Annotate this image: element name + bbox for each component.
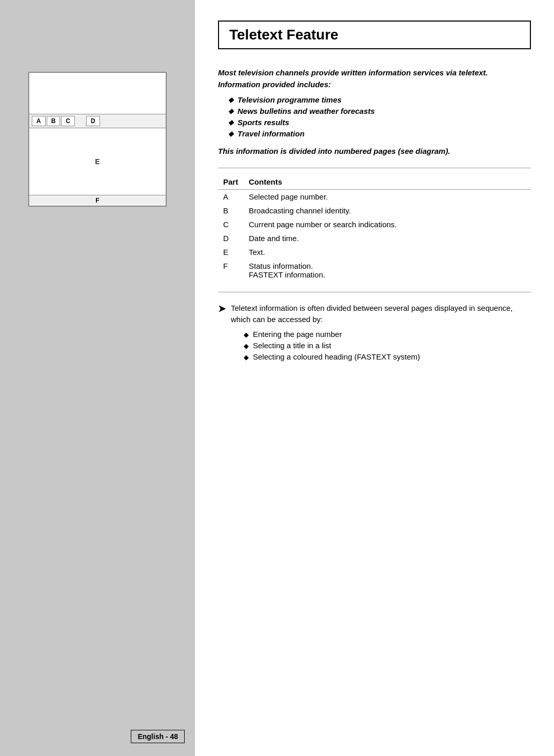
parts-table: Part Contents A Selected page number. B … xyxy=(218,174,531,282)
left-sidebar: A B C D E F English - 48 xyxy=(0,0,195,756)
bullet-item-4: Travel information xyxy=(228,129,531,138)
part-a: A xyxy=(218,189,244,204)
table-row: E Text. xyxy=(218,245,531,259)
table-row: D Date and time. xyxy=(218,231,531,245)
sub-bullets: Entering the page number Selecting a tit… xyxy=(244,330,531,361)
nav-label-c: C xyxy=(61,116,75,126)
sub-bullet-3: Selecting a coloured heading (FASTEXT sy… xyxy=(244,352,531,361)
footer-text: English - 48 xyxy=(131,730,185,743)
content-b: Broadcasting channel identity. xyxy=(244,204,531,217)
bottom-divider xyxy=(218,292,531,292)
tv-content-area: E xyxy=(29,128,166,195)
tv-nav-bar: A B C D xyxy=(29,114,166,128)
sub-bullet-1: Entering the page number xyxy=(244,330,531,339)
nav-label-a: A xyxy=(32,116,46,126)
table-row: C Current page number or search indicati… xyxy=(218,217,531,231)
table-row last-row: F Status information.FASTEXT information… xyxy=(218,259,531,282)
content-f: Status information.FASTEXT information. xyxy=(244,259,531,282)
arrow-icon: ➤ xyxy=(218,303,226,314)
status-label-f: F xyxy=(95,197,99,204)
content-d: Date and time. xyxy=(244,231,531,245)
part-b: B xyxy=(218,204,244,217)
bullet-item-2: News bulletins and weather forecasts xyxy=(228,107,531,115)
content-e: Text. xyxy=(244,245,531,259)
part-f: F xyxy=(218,259,244,282)
part-d: D xyxy=(218,231,244,245)
nav-label-d: D xyxy=(86,116,100,126)
diagram-note: This information is divided into numbere… xyxy=(218,146,531,157)
page-footer: English - 48 xyxy=(121,722,195,756)
table-row: A Selected page number. xyxy=(218,189,531,204)
part-e: E xyxy=(218,245,244,259)
content-c: Current page number or search indication… xyxy=(244,217,531,231)
page-title: Teletext Feature xyxy=(218,21,531,49)
bullet-item-1: Television programme times xyxy=(228,95,531,104)
bullet-item-3: Sports results xyxy=(228,118,531,127)
main-content: Teletext Feature Most television channel… xyxy=(195,0,554,756)
tv-top-area xyxy=(29,73,166,114)
content-a: Selected page number. xyxy=(244,189,531,204)
content-label-e: E xyxy=(95,157,100,166)
tv-diagram: A B C D E F xyxy=(28,72,167,207)
tv-status-bar: F xyxy=(29,195,166,206)
part-c: C xyxy=(218,217,244,231)
table-row: B Broadcasting channel identity. xyxy=(218,204,531,217)
note-text: Teletext information is often divided be… xyxy=(231,303,531,326)
intro-text: Most television channels provide written… xyxy=(218,67,531,90)
sub-bullet-2: Selecting a title in a list xyxy=(244,341,531,350)
note-item: ➤ Teletext information is often divided … xyxy=(218,303,531,364)
bullet-list: Television programme times News bulletin… xyxy=(228,95,531,138)
note-section: ➤ Teletext information is often divided … xyxy=(218,303,531,364)
col-header-contents: Contents xyxy=(244,174,531,190)
col-header-part: Part xyxy=(218,174,244,190)
nav-label-b: B xyxy=(47,116,61,126)
top-divider xyxy=(218,168,531,168)
